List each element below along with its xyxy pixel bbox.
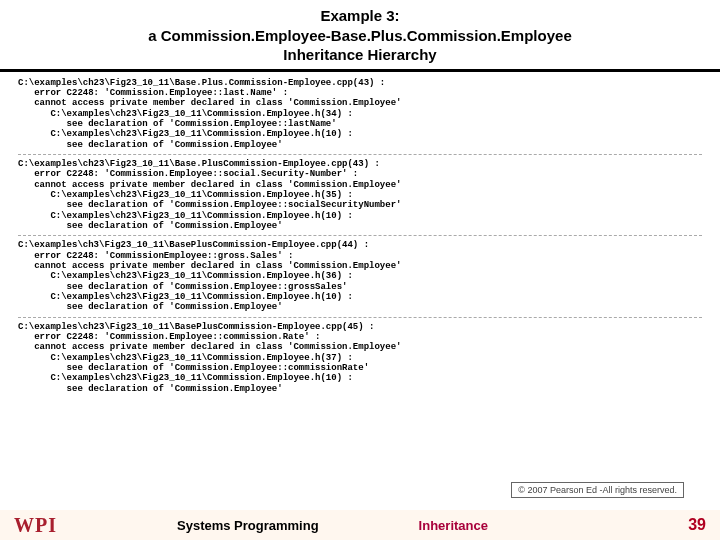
slide-footer: WPI Systems Programming Inheritance 39 bbox=[0, 510, 720, 540]
compiler-error-block: C:\examples\ch23\Fig23_10_11\Base.Plus.C… bbox=[18, 78, 702, 155]
wpi-logo: WPI bbox=[14, 514, 57, 537]
compiler-error-block: C:\examples\ch23\Fig23_10_11\Base.PlusCo… bbox=[18, 159, 702, 236]
page-number: 39 bbox=[688, 516, 706, 534]
compiler-error-block: C:\examples\ch23\Fig23_10_11\BasePlusCom… bbox=[18, 322, 702, 398]
title-line: Inheritance Hierarchy bbox=[283, 46, 436, 63]
compiler-error-block: C:\examples\ch3\Fig23_10_11\BasePlusComm… bbox=[18, 240, 702, 317]
title-line: Example 3: bbox=[320, 7, 399, 24]
logo-text: WPI bbox=[14, 514, 57, 537]
copyright-notice: © 2007 Pearson Ed -All rights reserved. bbox=[511, 482, 684, 498]
topic-label: Inheritance bbox=[419, 518, 488, 533]
title-line: a Commission.Employee-Base.Plus.Commissi… bbox=[148, 27, 571, 44]
slide-title: Example 3: a Commission.Employee-Base.Pl… bbox=[0, 0, 720, 72]
course-label: Systems Programming bbox=[177, 518, 319, 533]
error-output: C:\examples\ch23\Fig23_10_11\Base.Plus.C… bbox=[0, 72, 720, 403]
